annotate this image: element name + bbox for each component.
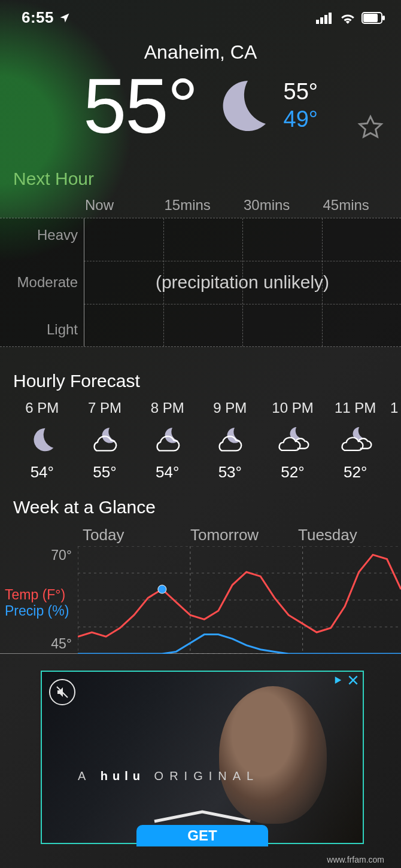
hour-temp: 53° (199, 463, 262, 482)
wk-day-1: Tomorrow (186, 526, 293, 544)
ad-cta-button[interactable]: GET (136, 825, 268, 846)
nh-time-45: 45mins (322, 197, 402, 214)
nh-time-30: 30mins (242, 197, 322, 214)
hour-temp: 52° (262, 463, 324, 482)
next-hour-message: (precipitation unlikely) (84, 218, 401, 346)
wk-day-2: Tuesday (293, 526, 401, 544)
wifi-icon (340, 12, 356, 24)
next-hour-yaxis: Heavy Moderate Light (0, 218, 84, 346)
hourly-item: 8 PM54° (136, 400, 199, 482)
nh-moderate: Moderate (0, 274, 78, 291)
ad-tag-pre: A (78, 769, 101, 782)
svg-rect-5 (363, 14, 378, 22)
status-left: 6:55 (22, 8, 71, 27)
nh-heavy: Heavy (0, 227, 78, 243)
hour-temp: 54° (11, 463, 74, 482)
moon-clouds-icon (324, 422, 387, 457)
nh-light: Light (0, 321, 78, 338)
nh-time-now: Now (84, 197, 163, 214)
week-chart[interactable]: Today Tomorrow Tuesday 70° 45° Temp (F°)… (0, 546, 401, 654)
hourly-title: Hourly Forecast (0, 371, 401, 396)
next-hour-section: Now 15mins 30mins 45mins Heavy Moderate … (0, 218, 401, 347)
hour-time: 6 PM (11, 400, 74, 416)
next-hour-grid: Now 15mins 30mins 45mins Heavy Moderate … (0, 218, 401, 347)
hour-time: 9 PM (199, 400, 262, 416)
ad-options-icon[interactable] (333, 675, 344, 686)
status-right (316, 12, 385, 24)
hourly-item: 7 PM55° (74, 400, 136, 482)
svg-point-15 (158, 585, 166, 593)
hour-time: 7 PM (74, 400, 136, 416)
ad-brand: hulu (101, 769, 145, 782)
week-legend: Temp (F°) Precip (%) (5, 587, 69, 619)
low-temp: 49° (284, 106, 318, 133)
nh-time-15: 15mins (163, 197, 243, 214)
moon-cloud-icon (199, 422, 262, 457)
status-bar: 6:55 (0, 0, 401, 27)
legend-precip: Precip (%) (5, 603, 69, 619)
favorite-star-icon[interactable] (357, 114, 384, 141)
battery-icon (361, 12, 385, 24)
current-conditions: 55° 55° 49° (0, 67, 401, 145)
svg-rect-6 (382, 16, 385, 20)
svg-rect-0 (316, 20, 319, 24)
high-temp: 55° (284, 78, 318, 106)
hi-lo: 55° 49° (284, 78, 318, 133)
hour-temp: 54° (136, 463, 199, 482)
moon-cloud-icon (136, 422, 199, 457)
current-temp: 55° (83, 67, 198, 145)
hourly-item-peek: 1 (387, 400, 401, 482)
week-chart-svg (78, 546, 401, 654)
hourly-item: 9 PM53° (199, 400, 262, 482)
hourly-item: 6 PM54° (11, 400, 74, 482)
ad-tagline: A hulu ORIGINAL (78, 769, 259, 783)
svg-rect-1 (320, 17, 323, 24)
legend-temp: Temp (F°) (5, 587, 69, 603)
location-arrow-icon (59, 12, 71, 24)
week-title: Week at a Glance (0, 497, 401, 522)
hour-time: 11 PM (324, 400, 387, 416)
moon-icon (211, 76, 271, 136)
wk-day-0: Today (78, 526, 186, 544)
close-icon[interactable] (347, 674, 359, 686)
ad-banner[interactable]: A hulu ORIGINAL GET (41, 671, 364, 844)
wk-ymin: 45° (0, 636, 72, 652)
next-hour-time-row: Now 15mins 30mins 45mins (0, 197, 401, 214)
status-time: 6:55 (22, 8, 54, 27)
svg-rect-3 (329, 13, 332, 24)
moon-cloud-icon (74, 422, 136, 457)
chevron-up-icon[interactable] (151, 808, 253, 824)
moon-clouds-icon (262, 422, 324, 457)
wk-ymax: 70° (0, 547, 72, 564)
svg-rect-2 (324, 15, 327, 24)
watermark: www.frfam.com (327, 855, 384, 864)
signal-icon (316, 12, 334, 24)
mute-icon[interactable] (49, 679, 75, 705)
moon-icon (11, 422, 74, 457)
week-day-labels: Today Tomorrow Tuesday (78, 526, 401, 544)
hourly-forecast[interactable]: 6 PM54°7 PM55°8 PM54°9 PM53°10 PM52°11 P… (0, 396, 401, 482)
ad-image (219, 686, 327, 824)
hour-temp: 55° (74, 463, 136, 482)
next-hour-title: Next Hour (0, 169, 401, 194)
hour-time: 10 PM (262, 400, 324, 416)
ad-tag-post: ORIGINAL (145, 769, 259, 782)
location-label: Anaheim, CA (0, 41, 401, 63)
hour-time: 8 PM (136, 400, 199, 416)
hourly-item: 11 PM52° (324, 400, 387, 482)
hourly-item: 10 PM52° (262, 400, 324, 482)
hour-temp: 52° (324, 463, 387, 482)
